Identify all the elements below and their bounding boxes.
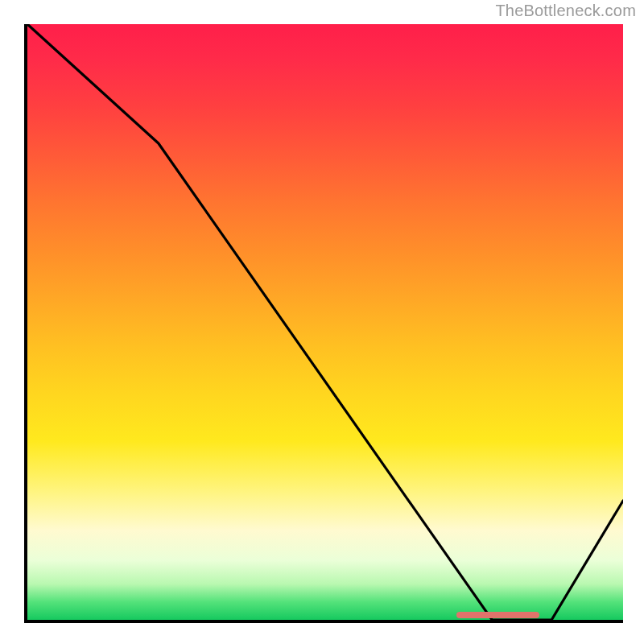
plot-area <box>24 24 623 623</box>
chart-container: TheBottleneck.com <box>0 0 644 644</box>
attribution-text: TheBottleneck.com <box>495 2 636 20</box>
optimum-marker <box>456 612 540 618</box>
line-series <box>27 24 623 620</box>
curve-path <box>27 24 623 620</box>
